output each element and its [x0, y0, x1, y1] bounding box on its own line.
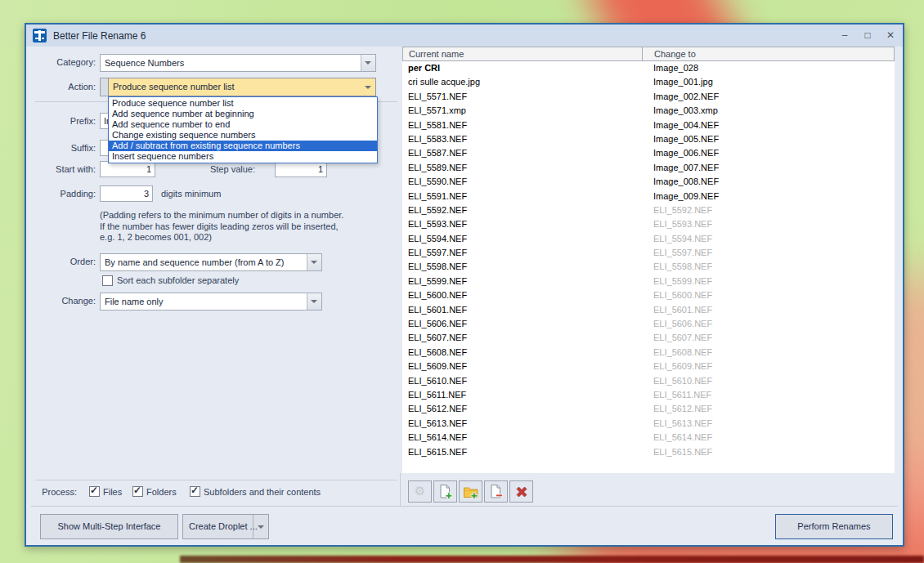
current-name-cell: ELI_5607.NEF: [408, 331, 467, 345]
change-to-cell: ELI_5592.NEF: [653, 203, 712, 217]
change-combobox[interactable]: File name only: [100, 293, 322, 311]
table-row[interactable]: ELI_5571.xmpImage_003.xmp: [402, 104, 895, 118]
current-name-cell: ELI_5611.NEF: [408, 388, 466, 402]
action-label: Action:: [26, 82, 96, 92]
app-icon: [33, 29, 47, 42]
titlebar[interactable]: Better File Rename 6 – □ ✕: [26, 25, 903, 47]
clear-list-button[interactable]: [509, 480, 533, 503]
column-header-current-name[interactable]: Current name: [402, 47, 643, 61]
current-name-cell: ELI_5591.NEF: [408, 190, 467, 203]
change-to-cell: Image_009.NEF: [653, 190, 719, 203]
change-to-cell: ELI_5607.NEF: [653, 331, 712, 345]
table-row[interactable]: ELI_5608.NEFELI_5608.NEF: [402, 346, 895, 360]
padding-input[interactable]: 3: [100, 185, 153, 202]
action-dropdown-option[interactable]: Add sequence number at beginning: [109, 109, 377, 119]
process-subfolders-checkbox[interactable]: [190, 486, 200, 497]
order-combobox[interactable]: By name and sequence number (from A to Z…: [100, 253, 322, 271]
maximize-button[interactable]: □: [859, 28, 877, 43]
table-row[interactable]: ELI_5609.NEFELI_5609.NEF: [402, 360, 895, 373]
table-row[interactable]: ELI_5581.NEFImage_004.NEF: [402, 118, 895, 132]
table-row[interactable]: ELI_5593.NEFELI_5593.NEF: [402, 217, 895, 231]
column-header-change-to[interactable]: Change to: [642, 47, 895, 61]
category-dropdown-button[interactable]: [361, 55, 375, 71]
table-row[interactable]: ELI_5606.NEFELI_5606.NEF: [402, 317, 895, 331]
category-combobox[interactable]: Sequence Numbers: [100, 54, 376, 72]
table-row[interactable]: ELI_5594.NEFELI_5594.NEF: [402, 232, 895, 246]
add-file-button[interactable]: [433, 480, 457, 503]
action-value: Produce sequence number list: [113, 82, 235, 92]
change-to-cell: ELI_5593.NEF: [653, 217, 712, 231]
action-dropdown-option[interactable]: Produce sequence number list: [109, 98, 377, 109]
table-row[interactable]: cri sulle acque.jpgImage_001.jpg: [402, 75, 895, 89]
action-dropdown-option[interactable]: Add sequence number to end: [109, 119, 377, 130]
sort-subfolder-checkbox[interactable]: [102, 275, 113, 286]
table-row[interactable]: ELI_5597.NEFELI_5597.NEF: [402, 246, 895, 260]
change-to-cell: ELI_5615.NEF: [653, 445, 712, 459]
start-with-input[interactable]: 1: [100, 161, 155, 177]
show-multi-step-button[interactable]: Show Multi-Step Interface: [40, 514, 178, 539]
change-to-cell: Image_001.jpg: [653, 75, 713, 89]
change-to-cell: ELI_5611.NEF: [653, 388, 711, 402]
table-row[interactable]: ELI_5610.NEFELI_5610.NEF: [402, 374, 895, 388]
current-name-cell: ELI_5613.NEF: [408, 417, 467, 431]
current-name-cell: ELI_5581.NEF: [408, 118, 467, 132]
action-combobox[interactable]: Produce sequence number list: [108, 78, 376, 96]
current-name-cell: cri sulle acque.jpg: [408, 75, 480, 89]
current-name-cell: ELI_5612.NEF: [408, 402, 467, 416]
create-droplet-button[interactable]: Create Droplet ...: [182, 514, 269, 539]
table-row[interactable]: ELI_5587.NEFImage_006.NEF: [402, 146, 895, 160]
sort-subfolder-label: Sort each subfolder separately: [117, 275, 239, 285]
current-name-cell: ELI_5610.NEF: [408, 374, 467, 388]
table-row[interactable]: ELI_5614.NEFELI_5614.NEF: [402, 431, 895, 445]
start-with-label: Start with:: [26, 164, 96, 174]
change-to-cell: ELI_5609.NEF: [653, 360, 712, 373]
prefix-label: Prefix:: [26, 116, 96, 126]
table-row[interactable]: ELI_5590.NEFImage_008.NEF: [402, 175, 895, 189]
table-row[interactable]: ELI_5600.NEFELI_5600.NEF: [402, 288, 895, 302]
table-row[interactable]: ELI_5583.NEFImage_005.NEF: [402, 132, 895, 146]
change-to-cell: Image_008.NEF: [653, 175, 719, 189]
table-row[interactable]: ELI_5612.NEFELI_5612.NEF: [402, 402, 895, 416]
section-divider: [400, 473, 401, 506]
process-subfolders-label: Subfolders and their contents: [204, 487, 321, 497]
add-file-icon: [437, 484, 454, 500]
current-name-cell: ELI_5590.NEF: [408, 175, 467, 189]
action-dropdown-option[interactable]: Add / subtract from existing sequence nu…: [109, 141, 377, 151]
order-dropdown-button[interactable]: [307, 254, 321, 270]
table-row[interactable]: ELI_5598.NEFELI_5598.NEF: [402, 260, 895, 274]
minimize-button[interactable]: –: [836, 28, 854, 43]
create-droplet-dropdown[interactable]: [253, 515, 268, 538]
action-dropdown-list: Produce sequence number listAdd sequence…: [108, 96, 378, 163]
table-row[interactable]: per CRIImage_028: [402, 61, 895, 75]
current-name-cell: ELI_5601.NEF: [408, 303, 467, 317]
change-to-cell: ELI_5598.NEF: [653, 260, 712, 274]
remove-file-button[interactable]: [484, 480, 508, 503]
current-name-cell: ELI_5592.NEF: [408, 203, 467, 217]
table-row[interactable]: ELI_5615.NEFELI_5615.NEF: [402, 445, 895, 459]
settings-button[interactable]: ⚙: [408, 480, 432, 503]
change-dropdown-button[interactable]: [307, 293, 321, 310]
process-label: Process:: [26, 487, 77, 497]
table-row[interactable]: ELI_5607.NEFELI_5607.NEF: [402, 331, 895, 345]
step-value-input[interactable]: 1: [275, 161, 327, 177]
current-name-cell: ELI_5598.NEF: [408, 260, 467, 274]
process-files-checkbox[interactable]: [89, 486, 100, 497]
change-value: File name only: [105, 297, 164, 306]
perform-renames-button[interactable]: Perform Renames: [775, 514, 893, 539]
table-row[interactable]: ELI_5591.NEFImage_009.NEF: [402, 190, 895, 203]
table-row[interactable]: ELI_5599.NEFELI_5599.NEF: [402, 275, 895, 288]
file-list[interactable]: per CRIImage_028cri sulle acque.jpgImage…: [402, 61, 895, 473]
action-dropdown-option[interactable]: Change existing sequence numbers: [109, 130, 377, 141]
table-row[interactable]: ELI_5613.NEFELI_5613.NEF: [402, 417, 895, 431]
table-row[interactable]: ELI_5601.NEFELI_5601.NEF: [402, 303, 895, 317]
table-row[interactable]: ELI_5571.NEFImage_002.NEF: [402, 90, 895, 104]
add-folder-button[interactable]: [459, 480, 482, 503]
current-name-cell: ELI_5583.NEF: [408, 132, 467, 146]
table-row[interactable]: ELI_5592.NEFELI_5592.NEF: [402, 203, 895, 217]
table-row[interactable]: ELI_5611.NEFELI_5611.NEF: [402, 388, 895, 402]
process-folders-checkbox[interactable]: [132, 486, 143, 497]
table-row[interactable]: ELI_5589.NEFImage_007.NEF: [402, 161, 895, 175]
chevron-down-icon: [311, 300, 317, 303]
close-button[interactable]: ✕: [881, 28, 899, 43]
action-dropdown-option[interactable]: Insert sequence numbers: [109, 151, 377, 162]
